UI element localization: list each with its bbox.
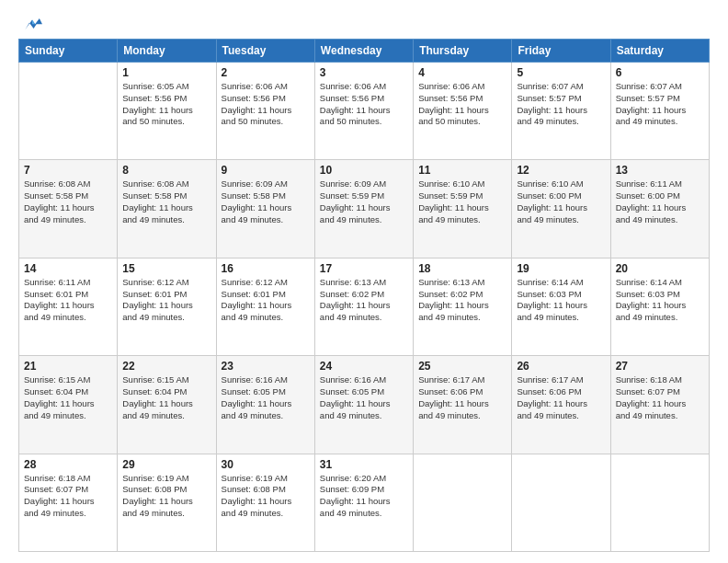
calendar-cell: 11Sunrise: 6:10 AM Sunset: 5:59 PM Dayli… xyxy=(414,160,512,258)
day-info: Sunrise: 6:13 AM Sunset: 6:02 PM Dayligh… xyxy=(320,277,408,324)
calendar-cell: 7Sunrise: 6:08 AM Sunset: 5:58 PM Daylig… xyxy=(19,160,118,258)
day-info: Sunrise: 6:14 AM Sunset: 6:03 PM Dayligh… xyxy=(517,277,605,324)
day-number: 14 xyxy=(24,262,112,275)
day-number: 17 xyxy=(320,262,408,275)
calendar-cell: 29Sunrise: 6:19 AM Sunset: 6:08 PM Dayli… xyxy=(118,454,216,551)
day-number: 21 xyxy=(24,360,112,373)
logo xyxy=(18,17,42,29)
weekday-header-wednesday: Wednesday xyxy=(314,40,413,63)
day-number: 12 xyxy=(517,164,605,177)
day-number: 4 xyxy=(418,66,506,79)
calendar-week-row: 21Sunrise: 6:15 AM Sunset: 6:04 PM Dayli… xyxy=(19,356,710,454)
calendar-cell: 23Sunrise: 6:16 AM Sunset: 6:05 PM Dayli… xyxy=(216,356,314,454)
day-info: Sunrise: 6:12 AM Sunset: 6:01 PM Dayligh… xyxy=(222,277,310,324)
calendar-cell: 25Sunrise: 6:17 AM Sunset: 6:06 PM Dayli… xyxy=(414,356,512,454)
day-info: Sunrise: 6:20 AM Sunset: 6:09 PM Dayligh… xyxy=(320,473,408,520)
day-info: Sunrise: 6:17 AM Sunset: 6:06 PM Dayligh… xyxy=(418,374,506,421)
day-info: Sunrise: 6:06 AM Sunset: 5:56 PM Dayligh… xyxy=(320,81,408,128)
calendar-cell: 15Sunrise: 6:12 AM Sunset: 6:01 PM Dayli… xyxy=(118,258,216,355)
day-info: Sunrise: 6:11 AM Sunset: 6:01 PM Dayligh… xyxy=(24,277,112,324)
day-number: 26 xyxy=(517,360,605,373)
day-info: Sunrise: 6:06 AM Sunset: 5:56 PM Dayligh… xyxy=(222,81,310,128)
weekday-header-saturday: Saturday xyxy=(610,40,709,63)
day-number: 5 xyxy=(517,66,605,79)
calendar-cell: 21Sunrise: 6:15 AM Sunset: 6:04 PM Dayli… xyxy=(19,356,118,454)
calendar-cell xyxy=(610,454,709,551)
day-number: 15 xyxy=(122,262,210,275)
day-number: 3 xyxy=(320,66,408,79)
day-number: 2 xyxy=(222,66,310,79)
calendar-cell xyxy=(512,454,610,551)
day-number: 8 xyxy=(122,164,210,177)
calendar-cell: 6Sunrise: 6:07 AM Sunset: 5:57 PM Daylig… xyxy=(610,63,709,160)
day-info: Sunrise: 6:13 AM Sunset: 6:02 PM Dayligh… xyxy=(418,277,506,324)
calendar-cell: 28Sunrise: 6:18 AM Sunset: 6:07 PM Dayli… xyxy=(19,454,118,551)
day-number: 23 xyxy=(222,360,310,373)
calendar-cell: 27Sunrise: 6:18 AM Sunset: 6:07 PM Dayli… xyxy=(610,356,709,454)
calendar-cell: 31Sunrise: 6:20 AM Sunset: 6:09 PM Dayli… xyxy=(314,454,413,551)
page: SundayMondayTuesdayWednesdayThursdayFrid… xyxy=(0,0,728,563)
svg-marker-1 xyxy=(32,20,35,25)
calendar-cell: 5Sunrise: 6:07 AM Sunset: 5:57 PM Daylig… xyxy=(512,63,610,160)
day-number: 24 xyxy=(320,360,408,373)
day-info: Sunrise: 6:10 AM Sunset: 6:00 PM Dayligh… xyxy=(517,178,605,225)
calendar-cell: 10Sunrise: 6:09 AM Sunset: 5:59 PM Dayli… xyxy=(314,160,413,258)
day-info: Sunrise: 6:18 AM Sunset: 6:07 PM Dayligh… xyxy=(616,374,704,421)
day-number: 25 xyxy=(418,360,506,373)
day-number: 10 xyxy=(320,164,408,177)
calendar-cell xyxy=(19,63,118,160)
day-number: 9 xyxy=(222,164,310,177)
day-info: Sunrise: 6:17 AM Sunset: 6:06 PM Dayligh… xyxy=(517,374,605,421)
day-number: 29 xyxy=(122,458,210,471)
calendar-cell: 20Sunrise: 6:14 AM Sunset: 6:03 PM Dayli… xyxy=(610,258,709,355)
day-info: Sunrise: 6:16 AM Sunset: 6:05 PM Dayligh… xyxy=(222,374,310,421)
calendar-cell xyxy=(414,454,512,551)
weekday-header-tuesday: Tuesday xyxy=(216,40,314,63)
svg-marker-0 xyxy=(25,18,42,30)
day-number: 28 xyxy=(24,458,112,471)
day-number: 31 xyxy=(320,458,408,471)
calendar-cell: 26Sunrise: 6:17 AM Sunset: 6:06 PM Dayli… xyxy=(512,356,610,454)
calendar-week-row: 1Sunrise: 6:05 AM Sunset: 5:56 PM Daylig… xyxy=(19,63,710,160)
day-number: 16 xyxy=(222,262,310,275)
day-number: 13 xyxy=(616,164,704,177)
day-number: 6 xyxy=(616,66,704,79)
calendar-cell: 4Sunrise: 6:06 AM Sunset: 5:56 PM Daylig… xyxy=(414,63,512,160)
day-number: 30 xyxy=(222,458,310,471)
day-info: Sunrise: 6:19 AM Sunset: 6:08 PM Dayligh… xyxy=(122,473,210,520)
day-info: Sunrise: 6:05 AM Sunset: 5:56 PM Dayligh… xyxy=(122,81,210,128)
calendar-cell: 1Sunrise: 6:05 AM Sunset: 5:56 PM Daylig… xyxy=(118,63,216,160)
calendar-cell: 22Sunrise: 6:15 AM Sunset: 6:04 PM Dayli… xyxy=(118,356,216,454)
calendar-cell: 9Sunrise: 6:09 AM Sunset: 5:58 PM Daylig… xyxy=(216,160,314,258)
day-info: Sunrise: 6:16 AM Sunset: 6:05 PM Dayligh… xyxy=(320,374,408,421)
day-info: Sunrise: 6:08 AM Sunset: 5:58 PM Dayligh… xyxy=(122,178,210,225)
day-number: 19 xyxy=(517,262,605,275)
calendar-cell: 2Sunrise: 6:06 AM Sunset: 5:56 PM Daylig… xyxy=(216,63,314,160)
day-number: 11 xyxy=(418,164,506,177)
calendar-cell: 18Sunrise: 6:13 AM Sunset: 6:02 PM Dayli… xyxy=(414,258,512,355)
day-info: Sunrise: 6:18 AM Sunset: 6:07 PM Dayligh… xyxy=(24,473,112,520)
calendar-cell: 12Sunrise: 6:10 AM Sunset: 6:00 PM Dayli… xyxy=(512,160,610,258)
calendar-cell: 13Sunrise: 6:11 AM Sunset: 6:00 PM Dayli… xyxy=(610,160,709,258)
day-info: Sunrise: 6:07 AM Sunset: 5:57 PM Dayligh… xyxy=(517,81,605,128)
day-number: 1 xyxy=(122,66,210,79)
day-info: Sunrise: 6:14 AM Sunset: 6:03 PM Dayligh… xyxy=(616,277,704,324)
day-info: Sunrise: 6:19 AM Sunset: 6:08 PM Dayligh… xyxy=(222,473,310,520)
day-info: Sunrise: 6:09 AM Sunset: 5:58 PM Dayligh… xyxy=(222,178,310,225)
day-info: Sunrise: 6:08 AM Sunset: 5:58 PM Dayligh… xyxy=(24,178,112,225)
day-info: Sunrise: 6:10 AM Sunset: 5:59 PM Dayligh… xyxy=(418,178,506,225)
day-info: Sunrise: 6:07 AM Sunset: 5:57 PM Dayligh… xyxy=(616,81,704,128)
calendar-cell: 14Sunrise: 6:11 AM Sunset: 6:01 PM Dayli… xyxy=(19,258,118,355)
calendar-table: SundayMondayTuesdayWednesdayThursdayFrid… xyxy=(18,39,710,552)
day-number: 27 xyxy=(616,360,704,373)
weekday-header-friday: Friday xyxy=(512,40,610,63)
day-number: 20 xyxy=(616,262,704,275)
day-info: Sunrise: 6:09 AM Sunset: 5:59 PM Dayligh… xyxy=(320,178,408,225)
day-number: 18 xyxy=(418,262,506,275)
day-number: 22 xyxy=(122,360,210,373)
calendar-cell: 30Sunrise: 6:19 AM Sunset: 6:08 PM Dayli… xyxy=(216,454,314,551)
calendar-cell: 19Sunrise: 6:14 AM Sunset: 6:03 PM Dayli… xyxy=(512,258,610,355)
calendar-cell: 17Sunrise: 6:13 AM Sunset: 6:02 PM Dayli… xyxy=(314,258,413,355)
weekday-header-thursday: Thursday xyxy=(414,40,512,63)
calendar-cell: 3Sunrise: 6:06 AM Sunset: 5:56 PM Daylig… xyxy=(314,63,413,160)
